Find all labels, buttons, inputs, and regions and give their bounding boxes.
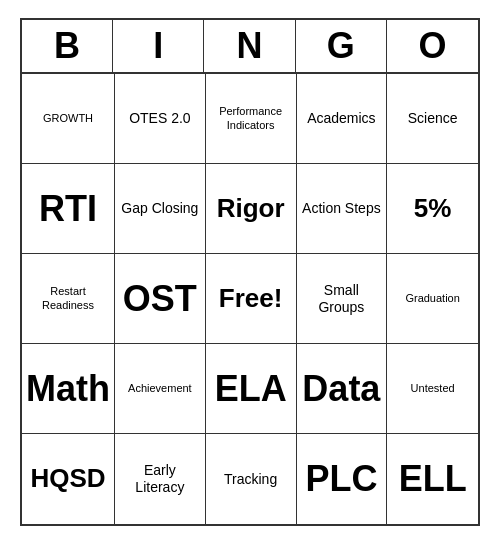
bingo-cell: ELA bbox=[206, 344, 297, 434]
bingo-cell: Performance Indicators bbox=[206, 74, 297, 164]
bingo-cell: 5% bbox=[387, 164, 478, 254]
bingo-cell: OTES 2.0 bbox=[115, 74, 206, 164]
bingo-cell: Small Groups bbox=[297, 254, 388, 344]
bingo-grid: GROWTHOTES 2.0Performance IndicatorsAcad… bbox=[22, 74, 478, 524]
bingo-cell: Action Steps bbox=[297, 164, 388, 254]
bingo-cell: PLC bbox=[297, 434, 388, 524]
bingo-cell: Science bbox=[387, 74, 478, 164]
header-letter: G bbox=[296, 20, 387, 72]
bingo-cell: OST bbox=[115, 254, 206, 344]
bingo-card: BINGO GROWTHOTES 2.0Performance Indicato… bbox=[20, 18, 480, 526]
bingo-cell: RTI bbox=[22, 164, 115, 254]
header-letter: B bbox=[22, 20, 113, 72]
bingo-header: BINGO bbox=[22, 20, 478, 74]
header-letter: O bbox=[387, 20, 478, 72]
bingo-cell: Free! bbox=[206, 254, 297, 344]
bingo-cell: GROWTH bbox=[22, 74, 115, 164]
bingo-cell: HQSD bbox=[22, 434, 115, 524]
bingo-cell: Math bbox=[22, 344, 115, 434]
bingo-cell: Early Literacy bbox=[115, 434, 206, 524]
header-letter: I bbox=[113, 20, 204, 72]
header-letter: N bbox=[204, 20, 295, 72]
bingo-cell: Graduation bbox=[387, 254, 478, 344]
bingo-cell: Achievement bbox=[115, 344, 206, 434]
bingo-cell: Restart Readiness bbox=[22, 254, 115, 344]
bingo-cell: Gap Closing bbox=[115, 164, 206, 254]
bingo-cell: Tracking bbox=[206, 434, 297, 524]
bingo-cell: Academics bbox=[297, 74, 388, 164]
bingo-cell: Untested bbox=[387, 344, 478, 434]
bingo-cell: Rigor bbox=[206, 164, 297, 254]
bingo-cell: Data bbox=[297, 344, 388, 434]
bingo-cell: ELL bbox=[387, 434, 478, 524]
